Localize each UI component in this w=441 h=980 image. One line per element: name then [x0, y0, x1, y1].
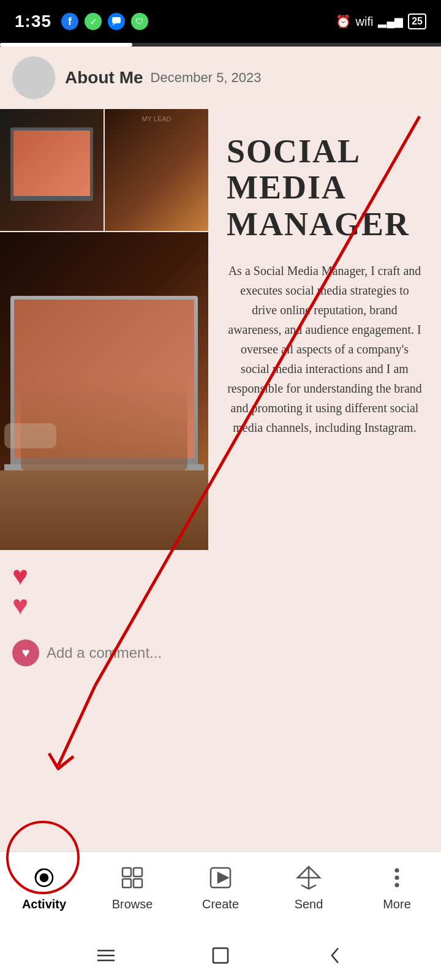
shield-icon: 🛡 [131, 13, 148, 30]
send-icon [293, 862, 325, 894]
status-icons-right: ⏰ wifi ▂▄▆ 25 [336, 13, 426, 29]
svg-rect-4 [123, 868, 131, 876]
nav-item-create[interactable]: Create [176, 862, 265, 911]
nav-item-browse[interactable]: Browse [88, 862, 176, 911]
content-area: MY LEAD [0, 109, 441, 671]
svg-rect-7 [134, 879, 142, 888]
activity-icon [28, 862, 60, 894]
signal-bars-icon: ▂▄▆ [378, 15, 403, 28]
create-icon [205, 862, 236, 894]
svg-marker-9 [218, 873, 228, 883]
svg-rect-6 [123, 879, 131, 888]
battery-indicator: 25 [408, 13, 426, 29]
reactions-area: ♥ ♥ [0, 550, 441, 635]
nav-item-more[interactable]: More [353, 862, 441, 911]
comment-box[interactable]: ♥ Add a comment... [0, 635, 441, 671]
story-header: About Me December 5, 2023 [0, 47, 441, 109]
collage-small-image-1 [0, 109, 104, 231]
browse-icon [116, 862, 148, 894]
nav-label-activity: Activity [22, 897, 66, 911]
nav-bar: Activity Browse Create [0, 851, 441, 931]
story-date: December 5, 2023 [151, 70, 262, 86]
back-button[interactable] [320, 940, 350, 971]
post-content: MY LEAD [0, 109, 441, 550]
heart-icon-2[interactable]: ♥ [12, 592, 429, 619]
nav-label-send: Send [295, 897, 323, 911]
svg-point-12 [395, 869, 399, 873]
heart-icon-1[interactable]: ♥ [12, 562, 429, 589]
green-check-icon: ✓ [85, 13, 102, 30]
alarm-icon: ⏰ [336, 14, 351, 29]
svg-rect-18 [213, 948, 228, 963]
facebook-icon: f [61, 13, 78, 30]
status-bar: 1:35 f ✓ 🛡 ⏰ wifi ▂▄▆ 25 [0, 0, 441, 43]
nav-item-activity[interactable]: Activity [0, 862, 88, 911]
comment-placeholder[interactable]: Add a comment... [47, 644, 162, 662]
svg-rect-5 [134, 868, 142, 876]
svg-point-3 [42, 875, 47, 880]
collage-small-image-2: MY LEAD [105, 109, 208, 231]
heart-reactions: ♥ ♥ [12, 562, 429, 619]
menu-button[interactable] [91, 940, 121, 971]
more-icon [381, 862, 413, 894]
status-icons-left: f ✓ 🛡 [61, 13, 148, 30]
collage-main-image [0, 232, 208, 550]
svg-marker-1 [112, 23, 116, 26]
nav-label-more: More [383, 897, 411, 911]
home-button[interactable] [205, 940, 236, 971]
svg-point-14 [395, 883, 399, 888]
blue-message-icon [108, 13, 125, 30]
nav-item-send[interactable]: Send [265, 862, 353, 911]
image-collage: MY LEAD [0, 109, 208, 550]
nav-label-create: Create [202, 897, 239, 911]
story-title: About Me [65, 68, 143, 88]
status-time: 1:35 [15, 12, 51, 31]
nav-label-browse: Browse [112, 897, 153, 911]
collage-top-row: MY LEAD [0, 109, 208, 231]
svg-line-20 [58, 686, 95, 766]
comment-avatar: ♥ [12, 639, 39, 666]
wifi-icon: wifi [356, 15, 374, 29]
home-indicator [0, 931, 441, 980]
post-description: As a Social Media Manager, I craft and e… [227, 261, 423, 437]
avatar [12, 56, 55, 99]
svg-point-13 [395, 876, 399, 880]
text-section: SOCIALMEDIAMANAGER As a Social Media Man… [208, 109, 441, 550]
svg-rect-0 [112, 17, 121, 23]
post-big-title: SOCIALMEDIAMANAGER [227, 134, 423, 243]
